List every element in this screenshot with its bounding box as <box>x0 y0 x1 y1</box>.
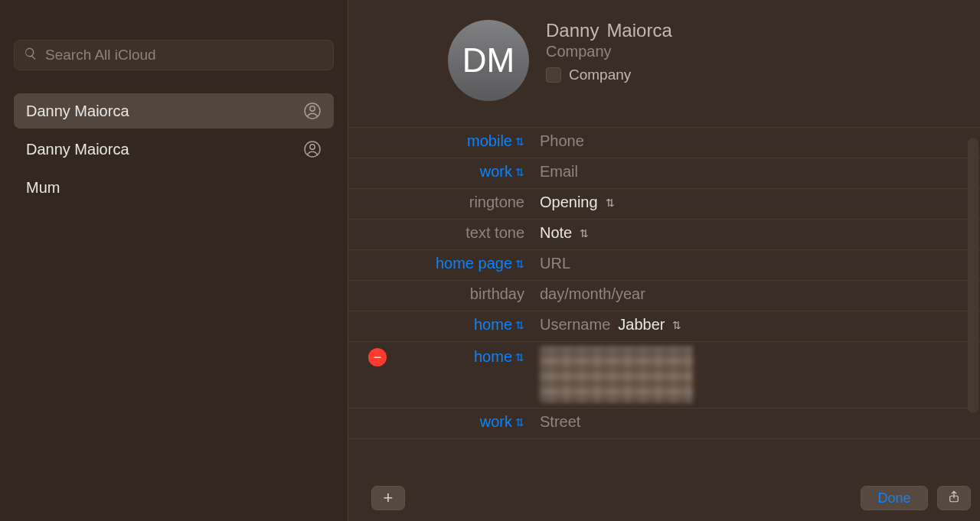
homepage-row: − home page⇅ URL <box>348 250 980 281</box>
last-name-field[interactable]: Maiorca <box>606 20 671 41</box>
chevron-updown-icon: ⇅ <box>515 417 524 428</box>
email-row: − work⇅ Email <box>348 158 980 189</box>
birthday-label: birthday <box>470 285 524 303</box>
contact-header: DM Danny Maiorca Company Company <box>448 0 980 112</box>
company-field[interactable]: Company <box>546 43 672 60</box>
svg-point-3 <box>310 145 315 149</box>
im-row: − home⇅ Username Jabber⇅ <box>348 311 980 342</box>
scrollbar[interactable] <box>968 138 978 413</box>
address-work-label-select[interactable]: work <box>480 413 512 431</box>
phone-input[interactable]: Phone <box>540 132 584 150</box>
add-button[interactable]: + <box>371 486 405 510</box>
address-home-label-select[interactable]: home <box>474 348 512 366</box>
im-label-select[interactable]: home <box>474 316 512 334</box>
contact-fields: − mobile⇅ Phone − work⇅ Email − ringtone… <box>348 127 980 439</box>
email-label-select[interactable]: work <box>480 163 512 181</box>
texttone-select[interactable]: Note <box>540 224 572 242</box>
person-circle-icon <box>303 102 322 120</box>
company-checkbox-label: Company <box>569 67 631 83</box>
chevron-updown-icon: ⇅ <box>515 352 524 363</box>
contact-detail-pane: DM Danny Maiorca Company Company − mobil… <box>348 0 980 521</box>
chevron-updown-icon: ⇅ <box>606 197 615 208</box>
email-input[interactable]: Email <box>540 163 578 181</box>
contact-item-danny-maiorca-2[interactable]: Danny Maiorca <box>14 132 334 167</box>
svg-point-1 <box>310 106 315 111</box>
share-icon <box>947 489 961 508</box>
chevron-updown-icon: ⇅ <box>515 320 524 331</box>
chevron-updown-icon: ⇅ <box>515 167 524 177</box>
phone-row: − mobile⇅ Phone <box>348 128 980 158</box>
street-input[interactable]: Street <box>540 413 580 431</box>
address-home-row: − home⇅ <box>348 342 980 409</box>
search-input[interactable] <box>45 47 324 63</box>
texttone-label: text tone <box>466 224 524 242</box>
search-field[interactable] <box>14 40 334 70</box>
done-button[interactable]: Done <box>861 486 928 510</box>
url-input[interactable]: URL <box>540 255 570 272</box>
contact-name: Mum <box>26 179 60 197</box>
person-circle-icon <box>303 140 322 158</box>
texttone-row: − text tone Note⇅ <box>348 220 980 250</box>
birthday-input[interactable]: day/month/year <box>540 285 645 303</box>
plus-icon: + <box>384 488 394 508</box>
ringtone-label: ringtone <box>469 194 524 211</box>
ringtone-select[interactable]: Opening <box>540 194 598 211</box>
contact-item-mum[interactable]: Mum <box>14 170 334 205</box>
homepage-label-select[interactable]: home page <box>436 255 512 272</box>
contact-item-danny-maiorca-1[interactable]: Danny Maiorca <box>14 93 334 129</box>
sidebar: Danny Maiorca Danny Maiorca Mum <box>0 0 348 521</box>
first-name-field[interactable]: Danny <box>546 20 599 41</box>
avatar[interactable]: DM <box>448 20 529 101</box>
contact-list: Danny Maiorca Danny Maiorca Mum <box>14 93 334 205</box>
contact-name: Danny Maiorca <box>26 103 129 120</box>
chevron-updown-icon: ⇅ <box>580 228 589 239</box>
contact-name: Danny Maiorca <box>26 141 129 158</box>
share-button[interactable] <box>937 486 971 510</box>
remove-icon[interactable]: − <box>368 348 387 366</box>
chevron-updown-icon: ⇅ <box>672 320 681 331</box>
address-home-value[interactable] <box>540 347 693 403</box>
company-checkbox[interactable] <box>546 67 561 83</box>
ringtone-row: − ringtone Opening⇅ <box>348 189 980 220</box>
chevron-updown-icon: ⇅ <box>515 136 524 147</box>
search-icon <box>24 47 38 63</box>
chevron-updown-icon: ⇅ <box>515 259 524 269</box>
birthday-row: − birthday day/month/year <box>348 281 980 311</box>
phone-label-select[interactable]: mobile <box>467 132 512 150</box>
im-username-input[interactable]: Username <box>540 316 610 334</box>
footer-toolbar: + Done <box>348 486 971 510</box>
address-work-row: − work⇅ Street <box>348 409 980 439</box>
im-service-select[interactable]: Jabber <box>618 316 665 334</box>
